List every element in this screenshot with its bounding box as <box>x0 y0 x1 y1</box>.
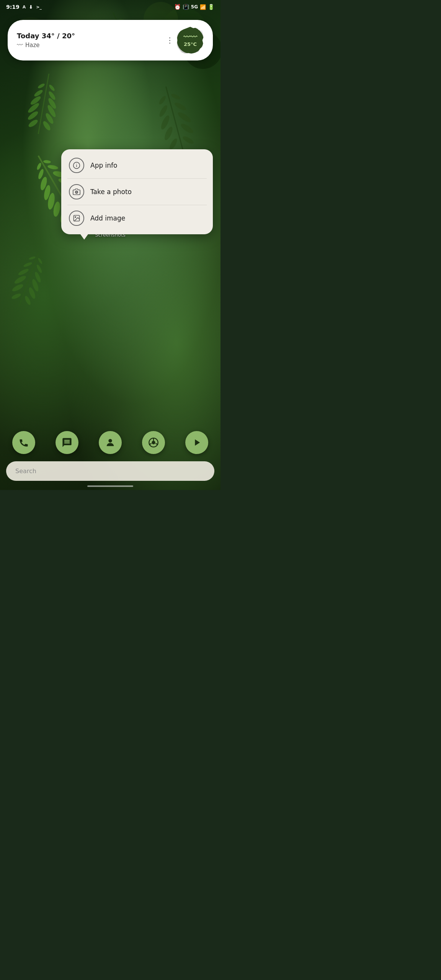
weather-more-button[interactable]: ⋮ <box>163 33 177 47</box>
svg-point-34 <box>182 135 195 145</box>
haze-icon: 〰 <box>17 41 23 49</box>
signal-bars-icon: 📶 <box>200 4 206 10</box>
svg-point-50 <box>36 264 42 274</box>
svg-point-44 <box>23 261 33 268</box>
context-menu: App info Take a photo Add image <box>61 149 213 234</box>
svg-point-40 <box>11 292 22 300</box>
svg-point-51 <box>37 257 43 264</box>
take-photo-label: Take a photo <box>90 188 132 196</box>
dock-chrome[interactable] <box>142 431 165 454</box>
svg-point-36 <box>176 111 192 124</box>
svg-point-81 <box>152 441 155 444</box>
status-bar: 9:19 A ⬇ >_ ⏰ 📳 5G 📶 🔋 <box>0 0 220 14</box>
svg-point-14 <box>43 160 51 164</box>
app-info-icon <box>69 158 84 173</box>
svg-point-21 <box>37 83 45 89</box>
weather-info: Today 34° / 20° 〰 Haze <box>17 32 163 49</box>
svg-point-37 <box>173 101 187 111</box>
terminal-icon: >_ <box>36 5 42 10</box>
menu-item-app-info[interactable]: App info <box>61 152 213 178</box>
battery-icon: 🔋 <box>208 4 214 10</box>
svg-point-71 <box>76 191 77 193</box>
svg-point-33 <box>158 95 167 105</box>
svg-point-41 <box>11 283 24 293</box>
weather-badge: 〰〰 25°C <box>177 27 204 54</box>
current-temp: 25°C <box>184 41 197 47</box>
font-size-icon: A <box>23 5 26 10</box>
svg-point-16 <box>28 118 39 128</box>
svg-point-45 <box>29 256 36 260</box>
camera-icon <box>69 184 84 199</box>
fern-overlay <box>0 0 220 490</box>
svg-point-43 <box>18 268 29 276</box>
dock-contacts[interactable] <box>99 431 122 454</box>
add-image-label: Add image <box>90 214 125 222</box>
weather-condition: 〰 Haze <box>17 41 163 49</box>
dock <box>6 426 214 459</box>
status-time: 9:19 <box>6 4 20 10</box>
status-right: ⏰ 📳 5G 📶 🔋 <box>174 4 214 10</box>
weather-temp-range: Today 34° / 20° <box>17 32 163 40</box>
dock-phone[interactable] <box>12 431 35 454</box>
svg-point-70 <box>75 191 78 194</box>
alarm-icon: ⏰ <box>174 4 181 10</box>
svg-point-7 <box>36 162 42 171</box>
download-icon: ⬇ <box>29 4 33 10</box>
svg-point-27 <box>48 84 56 91</box>
svg-point-73 <box>75 217 76 218</box>
svg-point-35 <box>180 122 194 135</box>
svg-point-79 <box>108 439 112 443</box>
svg-point-29 <box>168 137 178 150</box>
svg-point-20 <box>33 89 44 98</box>
menu-item-add-image[interactable]: Add image <box>61 205 213 231</box>
add-image-icon <box>69 211 84 226</box>
svg-point-42 <box>13 274 27 285</box>
search-bar[interactable]: Search <box>6 461 214 481</box>
svg-point-46 <box>24 295 31 306</box>
condition-label: Haze <box>25 42 40 49</box>
menu-item-take-photo[interactable]: Take a photo <box>61 179 213 205</box>
dock-play-store[interactable] <box>185 431 208 454</box>
app-info-label: App info <box>90 162 118 169</box>
search-placeholder: Search <box>15 467 36 475</box>
home-indicator[interactable] <box>87 485 133 487</box>
wave-icon: 〰〰 <box>183 34 197 41</box>
vibrate-icon: 📳 <box>183 4 189 10</box>
dock-messages[interactable] <box>56 431 78 454</box>
svg-point-38 <box>170 93 181 100</box>
signal-5g-icon: 5G <box>191 4 198 10</box>
svg-point-13 <box>47 164 58 170</box>
weather-widget[interactable]: Today 34° / 20° 〰 Haze ⋮ 〰〰 25°C <box>8 20 213 60</box>
status-left: 9:19 A ⬇ >_ <box>6 4 42 10</box>
